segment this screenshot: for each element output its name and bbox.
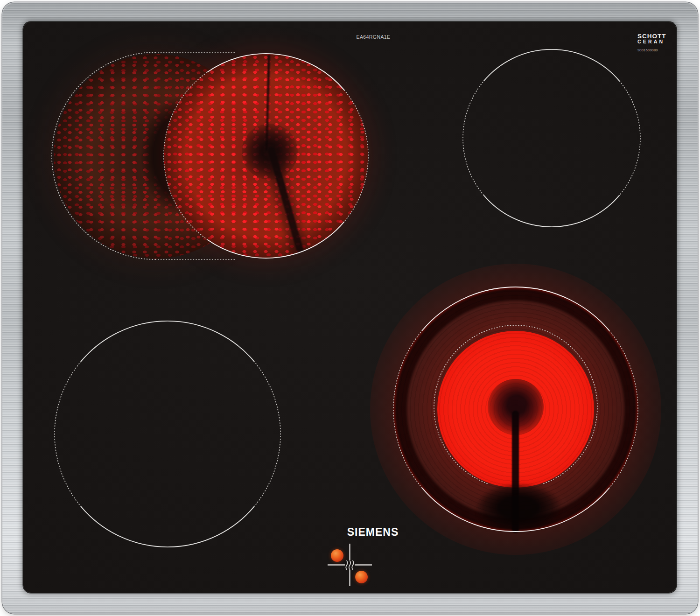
brand-logo: SIEMENS [301,526,445,539]
residual-heat-dot [355,571,368,583]
glass-code: 9001609080 [637,48,675,52]
top-markings [23,22,676,593]
residual-heat-dot [331,549,343,562]
glass-content-area: EA64RGNA1E SCHOTT CERAN 9001609080 SIEME… [23,22,676,593]
outline-front-right-outer [393,287,638,532]
glass-maker-logo: SCHOTT CERAN 9001609080 [637,34,675,52]
model-number-label: EA64RGNA1E [303,34,443,40]
heat-waves-icon [346,561,353,570]
glass-material-name: CERAN [637,39,675,44]
